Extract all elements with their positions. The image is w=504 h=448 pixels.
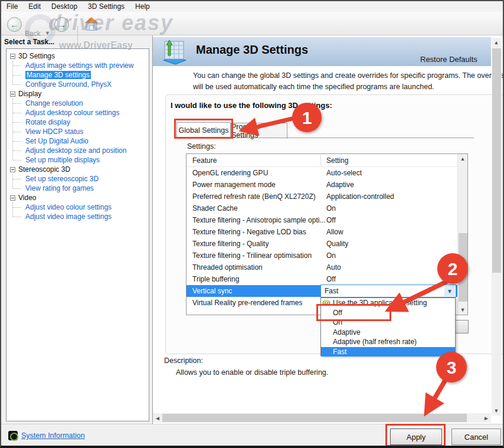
- table-row-shader-cache[interactable]: Shader CacheOn: [186, 202, 467, 214]
- vertical-scrollbar-thumb[interactable]: [492, 48, 501, 273]
- feature-cell: Texture filtering - Anisotropic sample o…: [192, 216, 325, 224]
- vertical-sync-combobox[interactable]: Fast ▼: [320, 285, 456, 297]
- back-dropdown-caret-icon[interactable]: ▼: [45, 30, 50, 36]
- tree-children: Change resolutionAdjust desktop colour s…: [6, 99, 149, 165]
- system-information-link[interactable]: System Information: [8, 431, 85, 440]
- sidebar-item-label: Rotate display: [25, 118, 70, 126]
- scroll-right-icon[interactable]: ►: [482, 413, 491, 423]
- scroll-down-icon[interactable]: ▼: [458, 305, 467, 315]
- sidebar-item-label: View rating for games: [25, 184, 94, 192]
- tree-root-label: Display: [18, 90, 41, 98]
- sidebar-item-adjust-image-settings-with-preview[interactable]: Adjust image settings with preview: [6, 61, 149, 70]
- menu-item-help[interactable]: Help: [130, 2, 155, 11]
- collapse-icon[interactable]: [10, 54, 15, 59]
- dropdown-option-off[interactable]: Off: [321, 308, 455, 318]
- dropdown-option-on[interactable]: On: [321, 318, 455, 328]
- table-row-texture-filtering-trilinear-optimisation[interactable]: Texture filtering - Trilinear optimisati…: [186, 250, 467, 261]
- menu-item-3d-settings[interactable]: 3D Settings: [83, 2, 130, 11]
- table-row-preferred-refresh-rate-benq-xl2720z[interactable]: Preferred refresh rate (BenQ XL2720Z)App…: [186, 191, 467, 202]
- back-arrow-icon: ←: [10, 19, 19, 30]
- table-row-triple-buffering[interactable]: Triple bufferingOff: [186, 273, 467, 285]
- menu-item-edit[interactable]: Edit: [23, 2, 46, 11]
- table-row-texture-filtering-quality[interactable]: Texture filtering - QualityQuality: [186, 238, 467, 250]
- tree-children: Set up stereoscopic 3DView rating for ga…: [6, 174, 149, 193]
- horizontal-scrollbar-thumb[interactable]: [162, 414, 467, 422]
- setting-cell: Allow: [326, 228, 343, 236]
- cancel-button[interactable]: Cancel: [451, 429, 501, 445]
- setting-cell: On: [326, 251, 336, 260]
- sidebar-item-rotate-display[interactable]: Rotate display: [6, 117, 149, 127]
- sidebar-item-set-up-stereoscopic-3d[interactable]: Set up stereoscopic 3D: [6, 174, 149, 184]
- forward-button[interactable]: →: [54, 17, 69, 32]
- dropdown-option-adaptive[interactable]: Adaptive: [321, 328, 455, 338]
- tree-section-stereoscopic-3d: Stereoscopic 3DSet up stereoscopic 3DVie…: [6, 165, 149, 193]
- menu-item-desktop[interactable]: Desktop: [46, 2, 83, 11]
- scroll-left-icon[interactable]: ◄: [153, 413, 162, 423]
- sidebar-item-label: Manage 3D settings: [25, 71, 91, 79]
- sidebar-item-adjust-video-image-settings[interactable]: Adjust video image settings: [6, 212, 149, 221]
- apply-button[interactable]: Apply: [390, 429, 442, 445]
- sidebar-item-set-up-multiple-displays[interactable]: Set up multiple displays: [6, 155, 149, 165]
- setting-cell: Application-controlled: [326, 192, 394, 201]
- sidebar-item-adjust-desktop-size-and-position[interactable]: Adjust desktop size and position: [6, 146, 149, 155]
- sidebar-item-label: View HDCP status: [25, 127, 83, 136]
- table-scrollbar-thumb[interactable]: [459, 233, 467, 302]
- footer-bar: System Information Apply Cancel: [1, 424, 503, 447]
- tree-root-video[interactable]: Video: [6, 193, 149, 202]
- home-icon[interactable]: [84, 17, 99, 31]
- settings-label: Settings:: [187, 142, 216, 151]
- menu-item-file[interactable]: File: [1, 2, 23, 11]
- system-information-icon: [8, 431, 18, 440]
- sidebar-item-adjust-desktop-colour-settings[interactable]: Adjust desktop colour settings: [6, 108, 149, 117]
- column-divider: [320, 155, 321, 166]
- setting-cell: Quality: [326, 240, 348, 248]
- setting-cell: Off: [326, 275, 336, 283]
- sidebar-item-label: Change resolution: [25, 99, 83, 107]
- tab-program-settings[interactable]: Program Settings: [231, 123, 287, 139]
- collapse-icon[interactable]: [10, 195, 15, 201]
- task-tree: 3D SettingsAdjust image settings with pr…: [6, 48, 149, 421]
- restore-defaults-link[interactable]: Restore Defaults: [420, 55, 477, 64]
- dropdown-option-fast[interactable]: Fast: [321, 347, 455, 357]
- collapse-icon[interactable]: [10, 91, 15, 97]
- table-scrollbar[interactable]: ▲ ▼: [457, 154, 467, 315]
- sidebar-item-view-rating-for-games[interactable]: View rating for games: [6, 184, 149, 193]
- main-vertical-scrollbar[interactable]: ▲ ▼: [492, 38, 502, 416]
- sidebar-item-view-hdcp-status[interactable]: View HDCP status: [6, 127, 149, 136]
- sidebar-item-adjust-video-colour-settings[interactable]: Adjust video colour settings: [6, 202, 149, 212]
- sidebar-item-configure-surround-physx[interactable]: Configure Surround, PhysX: [6, 80, 149, 89]
- sidebar-item-change-resolution[interactable]: Change resolution: [6, 99, 149, 108]
- tab-global-settings[interactable]: Global Settings: [176, 122, 231, 138]
- column-header-feature[interactable]: Feature: [192, 156, 217, 165]
- column-header-setting[interactable]: Setting: [326, 156, 348, 165]
- table-row-opengl-rendering-gpu[interactable]: OpenGL rendering GPUAuto-select: [186, 167, 467, 179]
- chevron-down-icon[interactable]: ▼: [444, 286, 455, 296]
- sidebar-item-label: Set Up Digital Audio: [25, 137, 89, 145]
- table-row-threaded-optimisation[interactable]: Threaded optimisationAuto: [186, 261, 467, 273]
- back-label: Back: [25, 30, 41, 38]
- sidebar-item-label: Adjust video colour settings: [25, 203, 112, 211]
- main-horizontal-scrollbar[interactable]: ◄ ►: [153, 413, 491, 423]
- scroll-up-icon[interactable]: ▲: [458, 154, 467, 163]
- scroll-down-icon[interactable]: ▼: [492, 406, 501, 416]
- tree-root-3d-settings[interactable]: 3D Settings: [6, 51, 149, 61]
- scroll-up-icon[interactable]: ▲: [492, 38, 501, 47]
- collapse-icon[interactable]: [10, 167, 15, 172]
- dropdown-option-adaptive-half-refresh-rate[interactable]: Adaptive (half refresh rate): [321, 337, 455, 347]
- page-intro-text: You can change the global 3D settings an…: [193, 70, 504, 93]
- system-information-label[interactable]: System Information: [21, 431, 85, 440]
- menu-bar: FileEditDesktop3D SettingsHelp: [1, 1, 503, 12]
- back-button[interactable]: ←: [7, 17, 22, 32]
- tree-root-stereoscopic-3d[interactable]: Stereoscopic 3D: [6, 165, 149, 174]
- tree-root-display[interactable]: Display: [6, 89, 149, 99]
- table-row-texture-filtering-anisotropic-sample-opti[interactable]: Texture filtering - Anisotropic sample o…: [186, 214, 467, 226]
- dropdown-option-use-the-3d-application-setting[interactable]: Use the 3D application setting: [321, 298, 455, 308]
- sidebar-item-label: Configure Surround, PhysX: [25, 80, 112, 89]
- sidebar-item-manage-3d-settings[interactable]: Manage 3D settings: [6, 70, 149, 80]
- sidebar-item-set-up-digital-audio[interactable]: Set Up Digital Audio: [6, 136, 149, 146]
- table-row-power-management-mode[interactable]: Power management modeAdaptive: [186, 179, 467, 191]
- feature-cell: Preferred refresh rate (BenQ XL2720Z): [192, 192, 316, 201]
- table-row-texture-filtering-negative-lod-bias[interactable]: Texture filtering - Negative LOD biasAll…: [186, 226, 467, 238]
- description-text: Allows you to enable or disable triple b…: [176, 368, 328, 377]
- sidebar-item-label: Set up stereoscopic 3D: [25, 175, 99, 183]
